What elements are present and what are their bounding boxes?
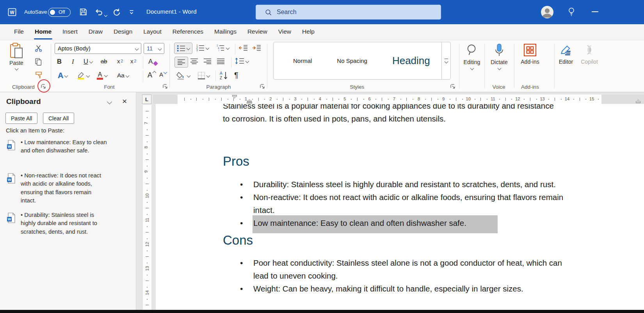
cut-button[interactable] bbox=[34, 44, 43, 52]
style-heading[interactable]: Heading bbox=[392, 55, 430, 67]
text-effects-button[interactable]: A bbox=[58, 71, 68, 80]
svg-text:W: W bbox=[8, 217, 11, 221]
pane-close-icon[interactable]: × bbox=[122, 97, 127, 106]
decrease-indent-button[interactable] bbox=[239, 45, 248, 51]
ruler-tick bbox=[363, 99, 364, 100]
editing-menu-button[interactable]: Editing bbox=[462, 43, 482, 70]
style-normal[interactable]: Normal bbox=[293, 57, 312, 64]
editor-button[interactable]: Editor bbox=[556, 43, 576, 65]
right-indent-marker[interactable] bbox=[636, 99, 640, 103]
font-dialog-launcher[interactable] bbox=[163, 84, 168, 89]
line-spacing-button[interactable] bbox=[235, 57, 249, 64]
font-name-select[interactable]: Aptos (Body) bbox=[55, 43, 141, 54]
styles-dialog-launcher[interactable] bbox=[450, 84, 456, 89]
clipboard-item[interactable]: W• Low maintenance: Easy to cleanand oft… bbox=[0, 138, 129, 155]
align-left-button[interactable] bbox=[174, 57, 188, 68]
tab-view[interactable]: View bbox=[273, 24, 297, 40]
undo-dropdown-chevron-icon[interactable] bbox=[105, 11, 107, 18]
group-divider bbox=[267, 44, 267, 88]
align-right-button[interactable] bbox=[204, 58, 211, 64]
align-center-button[interactable] bbox=[190, 58, 198, 64]
editor-label: Editor bbox=[559, 59, 573, 65]
heading-pros[interactable]: Pros bbox=[223, 154, 249, 169]
lightbulb-icon[interactable] bbox=[567, 7, 576, 17]
paragraph-dialog-launcher[interactable] bbox=[260, 84, 265, 89]
style-no-spacing[interactable]: No Spacing bbox=[337, 57, 367, 64]
bullet-item[interactable]: Poor heat conductivity: Stainless steel … bbox=[239, 256, 633, 282]
format-painter-button[interactable] bbox=[34, 71, 43, 80]
font-color-button[interactable]: A bbox=[97, 71, 107, 80]
paste-all-button[interactable]: Paste All bbox=[5, 113, 37, 124]
clear-all-button[interactable]: Clear All bbox=[43, 113, 74, 124]
horizontal-ruler[interactable]: 123456789101112131415 bbox=[153, 95, 644, 104]
svg-text:W: W bbox=[8, 178, 11, 182]
bullet-item[interactable]: Weight: Can be heavy, making it difficul… bbox=[239, 282, 633, 295]
document-paragraph[interactable]: Stainless steel is a popular material fo… bbox=[223, 104, 617, 125]
tab-design[interactable]: Design bbox=[108, 24, 138, 40]
word-app-icon[interactable]: W bbox=[7, 7, 17, 17]
document-page[interactable]: Stainless steel is a popular material fo… bbox=[155, 104, 644, 310]
font-size-select[interactable]: 11 bbox=[144, 43, 164, 54]
vertical-ruler[interactable]: 7891011121314 bbox=[143, 105, 151, 310]
ruler-number: 11 bbox=[145, 218, 149, 222]
bullet-item[interactable]: Durability: Stainless steel is highly du… bbox=[239, 178, 633, 191]
clear-formatting-button[interactable]: A bbox=[148, 58, 157, 66]
ruler-tick bbox=[333, 98, 333, 101]
styles-gallery-more-button[interactable] bbox=[442, 42, 451, 80]
quick-access-customize-icon[interactable] bbox=[129, 9, 134, 15]
clipboard-item[interactable]: W• Durability: Stainless steel ishighly … bbox=[0, 211, 129, 236]
heading-cons[interactable]: Cons bbox=[223, 233, 253, 248]
tab-file[interactable]: File bbox=[9, 24, 29, 40]
save-button[interactable] bbox=[79, 7, 88, 16]
redo-button[interactable] bbox=[112, 7, 121, 17]
sort-button[interactable]: AZ bbox=[219, 71, 229, 80]
undo-button[interactable] bbox=[94, 7, 103, 17]
search-input[interactable]: Search bbox=[256, 5, 441, 20]
change-case-button[interactable]: Aa bbox=[117, 72, 129, 79]
shrink-font-button[interactable]: A bbox=[159, 71, 167, 78]
grow-font-button[interactable]: A bbox=[148, 71, 156, 79]
ruler-tick bbox=[258, 98, 259, 101]
tab-layout[interactable]: Layout bbox=[138, 24, 167, 40]
bold-button[interactable]: B bbox=[57, 58, 62, 65]
avatar[interactable] bbox=[541, 6, 553, 18]
superscript-button[interactable]: x2 bbox=[130, 58, 136, 64]
clipboard-item[interactable]: W• Non-reactive: It does not reactwith a… bbox=[0, 172, 129, 205]
left-indent-marker[interactable] bbox=[247, 102, 252, 104]
multilevel-list-button[interactable]: 1ai bbox=[216, 44, 229, 52]
italic-button[interactable]: I bbox=[72, 58, 74, 66]
copy-button[interactable] bbox=[34, 57, 43, 66]
subscript-button[interactable]: x2 bbox=[117, 58, 123, 64]
tab-home[interactable]: Home bbox=[29, 24, 57, 40]
ruler-tick bbox=[146, 135, 149, 136]
ruler-tick bbox=[400, 99, 401, 100]
tab-selector[interactable]: L bbox=[142, 95, 151, 104]
paste-button[interactable]: Paste bbox=[9, 42, 23, 70]
microphone-icon bbox=[494, 43, 505, 57]
bullet-list-button[interactable] bbox=[174, 43, 192, 54]
borders-button[interactable] bbox=[197, 72, 210, 79]
copilot-button[interactable]: Copilot bbox=[578, 43, 600, 65]
dictate-button[interactable]: Dictate bbox=[488, 43, 511, 70]
justify-button[interactable] bbox=[217, 58, 224, 64]
autosave-toggle[interactable]: Off bbox=[48, 8, 71, 17]
minimize-button[interactable] bbox=[592, 11, 598, 12]
strikethrough-button[interactable]: ab bbox=[101, 58, 107, 64]
tab-mailings[interactable]: Mailings bbox=[209, 24, 242, 40]
pane-collapse-chevron-icon[interactable] bbox=[107, 99, 112, 104]
tab-references[interactable]: References bbox=[167, 24, 209, 40]
highlight-chevron-icon bbox=[86, 73, 90, 77]
bullet-item[interactable]: Non-reactive: It does not react with aci… bbox=[239, 191, 633, 216]
shading-button[interactable] bbox=[176, 71, 190, 80]
addins-button[interactable]: Add-ins bbox=[519, 43, 541, 65]
selected-bullet-item[interactable]: Low maintenance: Easy to clean and often… bbox=[239, 216, 633, 229]
highlight-color-button[interactable] bbox=[76, 71, 89, 80]
show-formatting-button[interactable]: ¶ bbox=[234, 71, 238, 80]
underline-button[interactable]: U bbox=[84, 58, 93, 65]
tab-review[interactable]: Review bbox=[242, 24, 273, 40]
tab-draw[interactable]: Draw bbox=[83, 24, 108, 40]
tab-insert[interactable]: Insert bbox=[57, 24, 83, 40]
increase-indent-button[interactable] bbox=[252, 45, 262, 51]
tab-help[interactable]: Help bbox=[297, 24, 320, 40]
numbered-list-button[interactable]: 123 bbox=[196, 44, 209, 52]
